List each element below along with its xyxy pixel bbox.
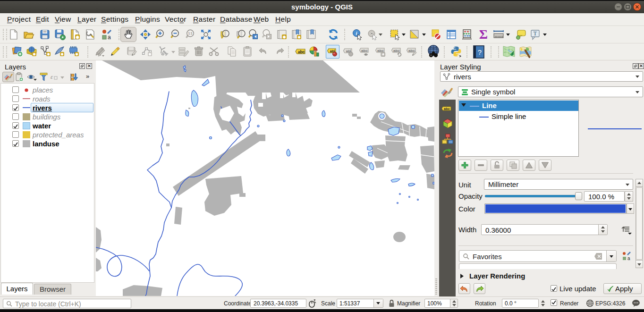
svg-text:ε: ε xyxy=(51,73,53,80)
svg-text:abc: abc xyxy=(377,49,384,53)
svg-text:a: a xyxy=(627,256,630,261)
svg-text:?: ? xyxy=(478,48,482,56)
svg-text:T: T xyxy=(534,30,537,37)
svg-text:abc: abc xyxy=(393,49,400,53)
svg-text:a: a xyxy=(108,34,111,40)
svg-text:abc: abc xyxy=(361,49,368,53)
svg-text:abc: abc xyxy=(408,49,415,53)
svg-text:abc: abc xyxy=(298,50,305,54)
svg-text:1:1: 1:1 xyxy=(188,32,192,35)
svg-text:abc: abc xyxy=(444,107,450,111)
